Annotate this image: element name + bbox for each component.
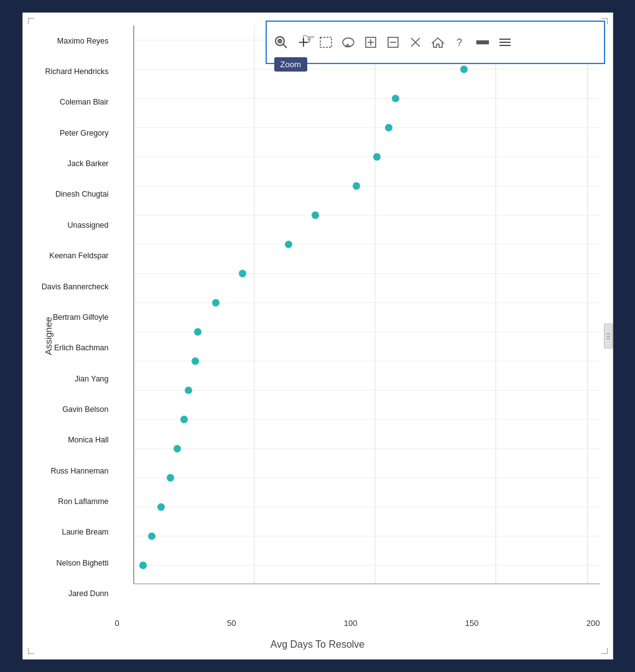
- dot-russ-hanneman[interactable]: [174, 445, 181, 452]
- x-tick-0: 0: [115, 618, 119, 628]
- y-label-18: Jared Dunn: [23, 589, 115, 598]
- dot-peter-gregory[interactable]: [385, 124, 392, 131]
- handle-line-1: [606, 334, 610, 334]
- close-x-icon[interactable]: [409, 35, 422, 49]
- y-label-17: Nelson Bighetti: [23, 559, 115, 567]
- y-label-10: Erlich Bachman: [23, 343, 115, 352]
- svg-rect-19: [476, 40, 488, 44]
- minus-box-icon[interactable]: [386, 35, 400, 49]
- dot-dinesh-chugtai[interactable]: [353, 182, 360, 190]
- dot-gavin-belson[interactable]: [185, 386, 192, 394]
- handle-line-3: [606, 338, 610, 339]
- y-label-7: Keenan Feldspar: [23, 251, 115, 260]
- dot-laurie-bream[interactable]: [157, 503, 165, 511]
- select-icon[interactable]: [319, 35, 333, 49]
- x-tick-3: 150: [465, 618, 479, 628]
- y-label-4: Jack Barker: [23, 159, 115, 168]
- y-label-9: Bertram Gilfoyle: [23, 313, 115, 322]
- dot-ron-laflamme[interactable]: [167, 474, 174, 482]
- dot-jack-barker[interactable]: [373, 153, 381, 161]
- x-tick-1: 50: [227, 618, 236, 628]
- y-label-15: Ron Laflamme: [23, 497, 115, 506]
- svg-line-1: [283, 44, 287, 48]
- dot-plot-svg: [115, 26, 600, 609]
- home-icon[interactable]: [431, 35, 445, 49]
- dot-unassigned[interactable]: [312, 212, 319, 219]
- chart-container: Zoom ?: [22, 12, 613, 660]
- handle-line-2: [606, 336, 610, 337]
- svg-text:?: ?: [457, 37, 462, 48]
- x-tick-2: 100: [344, 618, 358, 628]
- rectangle-icon[interactable]: [476, 35, 489, 49]
- y-label-1: Richard Hendricks: [23, 67, 115, 76]
- y-label-14: Russ Hanneman: [23, 467, 115, 475]
- dot-coleman-blair[interactable]: [392, 95, 399, 102]
- zoom-icon[interactable]: Zoom: [274, 35, 288, 49]
- x-ticks: 0 50 100 150 200: [115, 618, 600, 628]
- comment-icon[interactable]: [341, 35, 355, 49]
- zoom-tooltip: Zoom: [274, 57, 307, 72]
- x-tick-4: 200: [586, 618, 600, 628]
- dot-erlich-bachman[interactable]: [194, 328, 202, 335]
- y-label-0: Maximo Reyes: [23, 37, 115, 45]
- y-label-13: Monica Hall: [23, 436, 115, 444]
- dot-nelson-bighetti[interactable]: [148, 533, 155, 540]
- y-label-16: Laurie Bream: [23, 528, 115, 536]
- menu-icon[interactable]: [498, 35, 512, 49]
- y-label-6: Unassigned: [23, 221, 115, 230]
- dot-jian-yang[interactable]: [192, 357, 199, 365]
- scroll-handle[interactable]: [604, 324, 613, 348]
- y-label-8: Davis Bannercheck: [23, 282, 115, 291]
- dot-richard-hendricks[interactable]: [460, 65, 468, 73]
- y-labels: Maximo Reyes Richard Hendricks Coleman B…: [23, 26, 115, 609]
- add-icon[interactable]: [297, 35, 310, 49]
- svg-marker-9: [346, 44, 350, 47]
- corner-tl: [28, 18, 34, 24]
- y-label-11: Jian Yang: [23, 375, 115, 383]
- y-label-12: Gavin Belson: [23, 405, 115, 414]
- svg-rect-7: [320, 37, 331, 47]
- dot-keenan-feldspar[interactable]: [285, 241, 292, 248]
- y-label-3: Peter Gregory: [23, 129, 115, 138]
- y-label-5: Dinesh Chugtai: [23, 190, 115, 198]
- dot-bertram-gilfoyle[interactable]: [212, 299, 220, 306]
- dot-davis-bannercheck[interactable]: [239, 270, 246, 278]
- x-axis-label: Avg Days To Resolve: [23, 639, 613, 650]
- y-label-2: Coleman Blair: [23, 98, 115, 106]
- chart-toolbar: Zoom ?: [266, 21, 605, 64]
- help-icon[interactable]: ?: [453, 35, 467, 49]
- dot-jared-dunn[interactable]: [139, 562, 147, 569]
- dot-monica-hall[interactable]: [180, 416, 188, 423]
- plus-box-icon[interactable]: [364, 35, 378, 49]
- svg-marker-17: [432, 38, 443, 47]
